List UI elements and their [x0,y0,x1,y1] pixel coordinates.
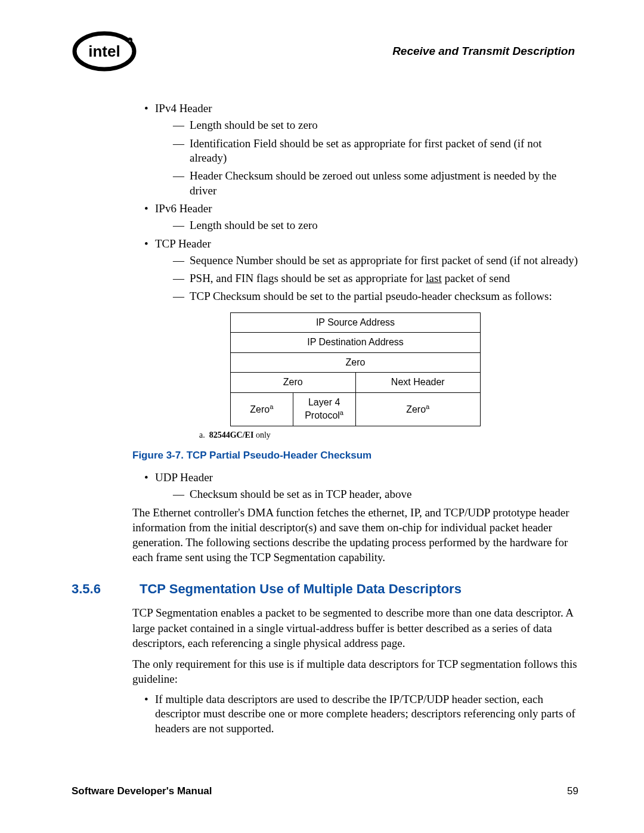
pseudo-header-table: IP Source Address IP Destination Address… [230,312,481,426]
intel-logo-icon: intel R [72,30,137,73]
sublist-item: PSH, and FIN flags should be set as appr… [173,271,578,286]
sublist: Sequence Number should be set as appropr… [155,253,578,304]
footer-title: Software Developer's Manual [72,785,212,797]
text-run: PSH, and FIN flags should be set as appr… [190,272,426,284]
table-cell: IP Source Address [231,312,481,332]
table-cell: Zero [231,352,481,372]
body-paragraph: The Ethernet controller's DMA function f… [132,505,578,565]
body-paragraph: TCP Segmentation enables a packet to be … [132,605,578,650]
cell-text: Zero [406,404,426,414]
sublist-item: Identification Field should be set as ap… [173,137,578,166]
superscript: a [270,403,273,410]
text-run: packet of send [442,272,510,284]
page-header: intel R Receive and Transmit Description [72,30,578,73]
section-heading: 3.5.6 TCP Segmentation Use of Multiple D… [72,581,578,597]
list-ipv4: IPv4 Header Length should be set to zero… [132,101,578,304]
cell-text: Layer 4 [308,397,340,407]
underlined-text: last [426,272,441,284]
table-cell: Next Header [355,373,481,392]
figure-caption: Figure 3-7. TCP Partial Pseudo-Header Ch… [132,449,578,462]
list-item: IPv6 Header Length should be set to zero [144,202,578,233]
sublist-item: Length should be set to zero [173,218,578,233]
sublist: Length should be set to zero Identificat… [155,118,578,198]
footnote-marker: a. [199,431,205,439]
content-area: TCP Segmentation enables a packet to be … [132,605,578,735]
table-cell: Zeroa [231,392,293,426]
sublist: Checksum should be set as in TCP header,… [155,487,578,501]
list-item: TCP Header Sequence Number should be set… [144,237,578,304]
sublist-item: Header Checksum should be zeroed out unl… [173,169,578,198]
cell-text: Protocol [305,410,340,420]
body-paragraph: The only requirement for this use is if … [132,657,578,686]
svg-text:intel: intel [88,42,120,60]
superscript: a [340,409,343,416]
table-footnote: a. 82544GC/EI only [199,430,578,441]
footnote-bold: 82544GC/EI [209,431,254,439]
sublist-item: TCP Checksum should be set to the partia… [173,289,578,304]
list-udp: UDP Header Checksum should be set as in … [132,470,578,502]
superscript: a [426,403,429,410]
list-label: UDP Header [155,471,213,484]
list-item: UDP Header Checksum should be set as in … [144,470,578,502]
table-cell: Layer 4Protocola [293,392,355,426]
list-label: IPv6 Header [155,202,212,215]
page-footer: Software Developer's Manual 59 [72,785,578,797]
sublist: Length should be set to zero [155,218,578,233]
cell-text: Zero [250,404,270,414]
page-root: intel R Receive and Transmit Description… [0,0,644,736]
sublist-item: Length should be set to zero [173,118,578,132]
section-number: 3.5.6 [72,581,105,597]
table-cell: Zeroa [355,392,481,426]
footnote-tail: only [253,431,270,439]
list-item: IPv4 Header Length should be set to zero… [144,101,578,198]
page-header-title: Receive and Transmit Description [392,45,575,58]
list-label: TCP Header [155,237,211,250]
table-cell: Zero [231,373,356,392]
list-guideline: If multiple data descriptors are used to… [132,692,578,736]
sublist-item: Sequence Number should be set as appropr… [173,253,578,268]
section-title: TCP Segmentation Use of Multiple Data De… [140,581,462,597]
sublist-item: Checksum should be set as in TCP header,… [173,487,578,501]
list-item: If multiple data descriptors are used to… [144,692,578,736]
list-label: IPv4 Header [155,102,212,114]
table-cell: IP Destination Address [231,333,481,352]
page-number: 59 [567,785,578,797]
content-area: IPv4 Header Length should be set to zero… [132,101,578,565]
